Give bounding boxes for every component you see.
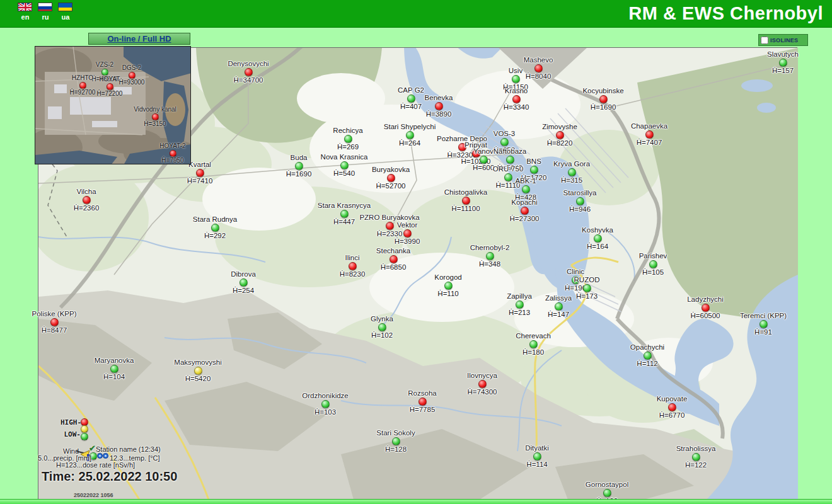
station-dot[interactable] bbox=[387, 174, 395, 182]
station-dot[interactable] bbox=[129, 72, 136, 79]
station-dot[interactable] bbox=[555, 302, 563, 311]
station-dot[interactable] bbox=[644, 352, 652, 360]
station-dot[interactable] bbox=[107, 83, 113, 90]
station-dot[interactable] bbox=[702, 304, 710, 312]
station-dot[interactable] bbox=[534, 64, 543, 72]
station-dot[interactable] bbox=[170, 150, 176, 157]
inset-stations-layer: VZS-2Ḣ=48600DGS-2Ḣ=93000HZHTOḢ=92700HOYA… bbox=[35, 47, 190, 164]
station-value-label: Ḣ=3990 bbox=[395, 238, 420, 245]
language-ua[interactable]: ua bbox=[58, 3, 73, 21]
station-dot[interactable] bbox=[594, 234, 602, 243]
station-dot[interactable] bbox=[529, 340, 538, 348]
flag-en-icon[interactable] bbox=[18, 3, 32, 11]
station-name-label: Straholissya bbox=[676, 445, 716, 452]
station-dot[interactable] bbox=[480, 156, 488, 164]
online-fullhd-link[interactable]: On-line / Full HD bbox=[88, 33, 190, 45]
station-dot[interactable] bbox=[556, 131, 564, 139]
station-dot[interactable] bbox=[321, 400, 330, 408]
station-dot[interactable] bbox=[478, 380, 487, 388]
station-dot[interactable] bbox=[406, 131, 414, 139]
station-dot[interactable] bbox=[568, 168, 576, 176]
station-name-label: Zapillya bbox=[507, 292, 532, 300]
station-dot[interactable] bbox=[668, 403, 676, 411]
station-dot[interactable] bbox=[194, 367, 202, 375]
station-dot[interactable] bbox=[349, 262, 357, 270]
page-title: RM & EWS Chernobyl bbox=[628, 3, 823, 24]
station-value-label: Ḣ=8040 bbox=[526, 72, 552, 80]
station-dot[interactable] bbox=[403, 229, 412, 238]
station-dot[interactable] bbox=[583, 284, 591, 292]
station-name-label: VOS-3 bbox=[494, 130, 516, 137]
station-dot[interactable] bbox=[521, 207, 529, 215]
station-dot[interactable] bbox=[419, 398, 427, 406]
station-dot[interactable] bbox=[50, 318, 59, 326]
station-dot[interactable] bbox=[152, 113, 159, 120]
station-dot[interactable] bbox=[83, 196, 91, 204]
station-name-label: Buda bbox=[291, 154, 308, 161]
station-dot[interactable] bbox=[344, 135, 352, 143]
station-dot[interactable] bbox=[512, 95, 521, 103]
station-dot[interactable] bbox=[79, 82, 86, 89]
station-dot[interactable] bbox=[392, 437, 400, 445]
station-dot[interactable] bbox=[110, 365, 118, 373]
station-dot[interactable] bbox=[779, 59, 787, 67]
station-dot[interactable] bbox=[500, 138, 509, 146]
station-value-label: Ḣ=91 bbox=[754, 328, 772, 336]
station-value-label: Ḣ=540 bbox=[333, 169, 355, 177]
station-dot[interactable] bbox=[444, 282, 453, 290]
station-dot[interactable] bbox=[512, 75, 520, 83]
station-name-label: Ilovnycya bbox=[467, 372, 497, 379]
station-dot[interactable] bbox=[522, 185, 530, 193]
station-dot[interactable] bbox=[504, 173, 512, 181]
station-dot[interactable] bbox=[760, 320, 768, 328]
station-dot[interactable] bbox=[692, 453, 700, 461]
station-dot[interactable] bbox=[407, 94, 415, 103]
station-value-label: Ḣ=7950 bbox=[161, 157, 183, 164]
station-value-label: Ḣ=447 bbox=[333, 218, 355, 226]
station-dot[interactable] bbox=[340, 210, 349, 218]
station-dot[interactable] bbox=[240, 278, 248, 287]
station-dot[interactable] bbox=[599, 95, 608, 103]
station-dot[interactable] bbox=[386, 222, 394, 230]
station-dot[interactable] bbox=[435, 102, 443, 110]
station-dot[interactable] bbox=[378, 323, 386, 331]
station-dot[interactable] bbox=[245, 68, 253, 76]
station-dot[interactable] bbox=[101, 69, 108, 76]
legend-mid-dot-icon bbox=[81, 425, 88, 433]
station-name-label: Vilcha bbox=[76, 188, 96, 195]
station-value-label: Ḣ=600 bbox=[473, 164, 494, 171]
station-dot[interactable] bbox=[576, 197, 584, 205]
station-value-label: Ḣ=112 bbox=[637, 360, 657, 367]
station-name-label: Zimovyshe bbox=[542, 123, 577, 130]
station-dot[interactable] bbox=[340, 161, 349, 169]
language-en[interactable]: en bbox=[18, 3, 33, 21]
station-dot[interactable] bbox=[390, 255, 398, 263]
station-dot[interactable] bbox=[645, 130, 654, 139]
flag-ru-icon[interactable] bbox=[38, 3, 52, 11]
station-dot[interactable] bbox=[462, 197, 470, 205]
station-value-label: Ḣ=157 bbox=[772, 67, 794, 74]
station-name-label: Dityatki bbox=[525, 444, 549, 452]
language-ru-label[interactable]: ru bbox=[38, 13, 53, 21]
station-dot[interactable] bbox=[516, 301, 524, 309]
station-dot[interactable] bbox=[603, 489, 611, 497]
isolines-checkbox[interactable] bbox=[761, 37, 768, 44]
language-ru[interactable]: ru bbox=[38, 3, 53, 21]
station-name-label: Maryanovka bbox=[95, 357, 134, 364]
station-dot[interactable] bbox=[649, 260, 657, 268]
station-value-label: Ḣ=269 bbox=[337, 143, 359, 151]
language-ua-label[interactable]: ua bbox=[58, 13, 73, 21]
npp-inset-image[interactable]: VZS-2Ḣ=48600DGS-2Ḣ=93000HZHTOḢ=92700HOYA… bbox=[35, 46, 191, 164]
station-dot[interactable] bbox=[506, 156, 514, 164]
station-value-label: Ḣ=8477 bbox=[42, 326, 67, 334]
station-name-label: VZS-2 bbox=[96, 61, 113, 68]
station-dot[interactable] bbox=[530, 166, 538, 174]
flag-ua-icon[interactable] bbox=[58, 3, 72, 11]
station-dot[interactable] bbox=[295, 162, 303, 170]
station-dot[interactable] bbox=[486, 252, 494, 260]
language-en-label[interactable]: en bbox=[18, 13, 33, 21]
station-dot[interactable] bbox=[211, 224, 219, 232]
station-value-label: Ḣ=128 bbox=[385, 445, 407, 453]
station-dot[interactable] bbox=[533, 452, 541, 461]
station-dot[interactable] bbox=[196, 169, 204, 177]
